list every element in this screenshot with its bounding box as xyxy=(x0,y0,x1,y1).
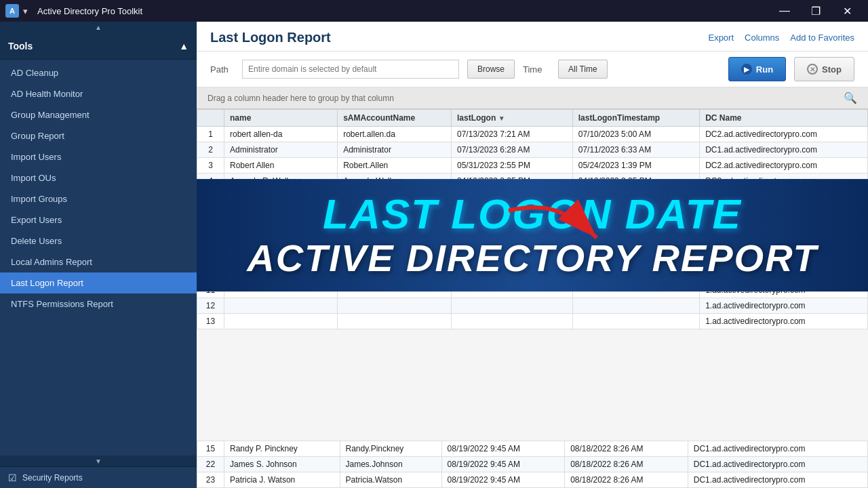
sidebar-item-label: Import OUs xyxy=(11,173,56,183)
cell-lastlogontimestamp xyxy=(572,298,699,314)
cell-name: robert allen-da xyxy=(224,127,338,142)
sidebar-scroll-down[interactable]: ▼ xyxy=(0,455,197,466)
sidebar-item-group-report[interactable]: Group Report xyxy=(0,125,197,146)
cell-samaccountname: Robert.Allen xyxy=(338,158,452,174)
table-row[interactable]: 22 James S. Johnson James.Johnson 08/19/… xyxy=(197,457,868,472)
cell-dcname: DC2.ad.activedirectorypro.com xyxy=(700,158,868,174)
cell-lastlogontimestamp: 08/18/2022 8:26 AM xyxy=(565,457,688,472)
sidebar-item-export-users[interactable]: Export Users xyxy=(0,209,197,230)
app-title: Active Directory Pro Toolkit xyxy=(37,6,142,16)
columns-link[interactable]: Columns xyxy=(745,33,779,43)
table-row[interactable]: 15 Randy P. Pinckney Randy.Pinckney 08/1… xyxy=(197,441,868,457)
table-row[interactable]: 1 robert allen-da robert.allen.da 07/13/… xyxy=(197,127,868,142)
sidebar-item-label: Delete Users xyxy=(11,236,62,246)
row-num: 13 xyxy=(197,314,224,329)
time-label: Time xyxy=(523,64,550,75)
add-to-favorites-link[interactable]: Add to Favorites xyxy=(790,33,854,43)
cell-dcname: DC1.ad.activedirectorypro.com xyxy=(700,142,868,158)
sidebar-item-ntfs-permissions-report[interactable]: NTFS Permissions Report xyxy=(0,293,197,314)
col-lastlogon[interactable]: lastLogon ▼ xyxy=(451,110,572,127)
sidebar: ▲ Tools ▲ AD Cleanup AD Health Monitor G… xyxy=(0,22,197,488)
run-label: Run xyxy=(756,64,773,75)
bottom-table: 15 Randy P. Pinckney Randy.Pinckney 08/1… xyxy=(197,441,868,488)
sort-arrow-lastlogon: ▼ xyxy=(498,115,505,122)
sidebar-item-label: AD Health Monitor xyxy=(11,89,83,99)
sidebar-item-label: Group Report xyxy=(11,131,64,141)
sidebar-item-ad-cleanup[interactable]: AD Cleanup xyxy=(0,62,197,83)
cell-lastlogon: 08/19/2022 9:45 AM xyxy=(441,472,565,488)
sidebar-item-import-groups[interactable]: Import Groups xyxy=(0,188,197,209)
cell-dcname: DC1.ad.activedirectorypro.com xyxy=(688,472,867,488)
cell-lastlogon: 07/13/2023 6:28 AM xyxy=(451,142,572,158)
cell-name: Robert Allen xyxy=(224,158,338,174)
cell-dcname: DC1.ad.activedirectorypro.com xyxy=(688,457,867,472)
cell-samaccountname: Administrator xyxy=(338,142,452,158)
sidebar-item-label: Export Users xyxy=(11,215,62,225)
run-button[interactable]: ▶ Run xyxy=(728,57,786,81)
maximize-button[interactable]: ❐ xyxy=(800,0,831,22)
browse-button[interactable]: Browse xyxy=(467,60,515,79)
cell-name: Administrator xyxy=(224,142,338,158)
all-time-button[interactable]: All Time xyxy=(558,60,608,79)
cell-dcname: 1.ad.activedirectorypro.com xyxy=(700,298,868,314)
table-row[interactable]: 23 Patricia J. Watson Patricia.Watson 08… xyxy=(197,472,868,488)
sidebar-item-label: Local Admins Report xyxy=(11,257,92,267)
security-reports-footer[interactable]: ☑ Security Reports xyxy=(0,466,197,488)
sidebar-item-last-logon-report[interactable]: Last Logon Report xyxy=(0,272,197,293)
cell-lastlogon: 05/31/2023 2:55 PM xyxy=(451,158,572,174)
group-header-bar: Drag a column header here to group by th… xyxy=(197,87,868,109)
table-row[interactable]: 3 Robert Allen Robert.Allen 05/31/2023 2… xyxy=(197,158,868,174)
col-num xyxy=(197,110,224,127)
cell-lastlogon xyxy=(451,298,572,314)
sidebar-item-delete-users[interactable]: Delete Users xyxy=(0,230,197,251)
search-icon[interactable]: 🔍 xyxy=(844,92,857,104)
header-actions: Export Columns Add to Favorites xyxy=(708,33,854,43)
col-lastlogontimestamp[interactable]: lastLogonTimestamp xyxy=(572,110,699,127)
sidebar-header: Tools ▲ xyxy=(0,33,197,60)
sidebar-item-group-management[interactable]: Group Management xyxy=(0,104,197,125)
path-input[interactable] xyxy=(242,60,459,79)
stop-icon: ✕ xyxy=(807,64,818,75)
security-reports-label: Security Reports xyxy=(22,473,83,483)
cell-lastlogontimestamp xyxy=(572,314,699,329)
cell-lastlogon: 08/19/2022 9:45 AM xyxy=(441,441,565,457)
col-dcname[interactable]: DC Name xyxy=(700,110,868,127)
cell-dcname: DC2.ad.activedirectorypro.com xyxy=(700,127,868,142)
row-num: 1 xyxy=(197,127,224,142)
sidebar-item-ad-health-monitor[interactable]: AD Health Monitor xyxy=(0,83,197,104)
sidebar-item-local-admins-report[interactable]: Local Admins Report xyxy=(0,251,197,272)
table-area: Drag a column header here to group by th… xyxy=(197,87,868,488)
sidebar-item-label: NTFS Permissions Report xyxy=(11,299,113,309)
app-layout: ▲ Tools ▲ AD Cleanup AD Health Monitor G… xyxy=(0,22,868,488)
cell-name xyxy=(224,314,338,329)
table-row[interactable]: 13 1.ad.activedirectorypro.com xyxy=(197,314,868,329)
export-link[interactable]: Export xyxy=(708,33,734,43)
main-content: Last Logon Report Export Columns Add to … xyxy=(197,22,868,488)
minimize-button[interactable]: — xyxy=(769,0,800,22)
table-row[interactable]: 12 1.ad.activedirectorypro.com xyxy=(197,298,868,314)
cell-samaccountname xyxy=(338,298,452,314)
cell-lastlogontimestamp: 07/10/2023 5:00 AM xyxy=(572,127,699,142)
sidebar-item-import-ous[interactable]: Import OUs xyxy=(0,167,197,188)
cell-lastlogontimestamp: 08/18/2022 8:26 AM xyxy=(565,441,688,457)
close-button[interactable]: ✕ xyxy=(831,0,863,22)
titlebar-controls: — ❐ ✕ xyxy=(769,0,863,22)
app-icon: A xyxy=(5,4,19,18)
row-num: 15 xyxy=(197,441,224,457)
sidebar-item-label: Group Management xyxy=(11,110,90,120)
sidebar-item-label: Import Groups xyxy=(11,194,67,204)
cell-lastlogontimestamp: 07/11/2023 6:33 AM xyxy=(572,142,699,158)
sidebar-scroll-up[interactable]: ▲ xyxy=(0,22,197,33)
sidebar-collapse-icon[interactable]: ▲ xyxy=(179,41,189,52)
banner-text1: LAST LOGON DATE xyxy=(323,191,742,237)
col-samaccountname[interactable]: sAMAccountName xyxy=(338,110,452,127)
stop-label: Stop xyxy=(822,64,842,75)
table-row[interactable]: 2 Administrator Administrator 07/13/2023… xyxy=(197,142,868,158)
sidebar-item-import-users[interactable]: Import Users xyxy=(0,146,197,167)
cell-lastlogon: 08/19/2022 9:45 AM xyxy=(441,457,565,472)
cell-name: Randy P. Pinckney xyxy=(224,441,340,457)
col-name[interactable]: name xyxy=(224,110,338,127)
table-wrapper[interactable]: name sAMAccountName lastLogon ▼ lastLogo… xyxy=(197,109,868,441)
stop-button[interactable]: ✕ Stop xyxy=(794,57,854,81)
app-menu-tools[interactable]: ▾ xyxy=(23,6,28,16)
